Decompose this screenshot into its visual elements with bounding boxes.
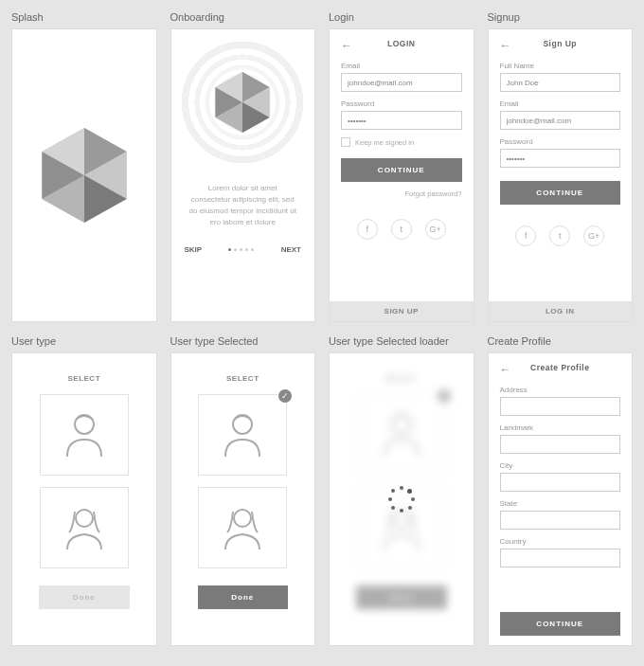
google-icon[interactable]: G+ bbox=[583, 225, 604, 246]
user-type-female[interactable] bbox=[198, 487, 287, 568]
forgot-password-link[interactable]: Forgot password? bbox=[341, 189, 462, 198]
user-type-loader-screen: SELECT ✓ Done bbox=[329, 352, 474, 646]
female-avatar-icon bbox=[62, 502, 107, 553]
city-field[interactable] bbox=[500, 473, 621, 492]
continue-button[interactable]: CONTINUE bbox=[341, 158, 462, 182]
user-type-male[interactable] bbox=[40, 394, 129, 476]
user-type-screen: SELECT Done bbox=[11, 352, 157, 646]
keep-signed-label: Keep me signed in bbox=[355, 138, 414, 147]
country-field[interactable] bbox=[500, 549, 621, 567]
create-profile-cell: Create Profile ← Create Profile Address … bbox=[488, 335, 634, 646]
done-button[interactable]: Done bbox=[198, 585, 289, 609]
continue-button[interactable]: CONTINUE bbox=[500, 612, 621, 636]
signup-header: Sign Up bbox=[543, 39, 577, 48]
login-screen: ← LOGIN Email Password Keep me signed in… bbox=[329, 28, 474, 322]
splash-title: Splash bbox=[11, 11, 157, 23]
address-label: Address bbox=[500, 386, 621, 394]
password-label: Password bbox=[341, 99, 462, 108]
facebook-icon[interactable]: f bbox=[515, 225, 536, 246]
signup-title: Signup bbox=[488, 11, 634, 23]
onboarding-body: Lorem dolor sit amet consectetur adipisc… bbox=[171, 164, 315, 238]
splash-screen bbox=[11, 28, 157, 322]
user-type-selected-cell: User type Selected SELECT ✓ Done bbox=[170, 335, 316, 646]
password-field[interactable] bbox=[341, 111, 462, 130]
onboarding-cell: Onboarding Lorem dolor sit amet consecte… bbox=[170, 11, 316, 322]
landmark-label: Landmark bbox=[500, 423, 621, 432]
twitter-icon[interactable]: t bbox=[549, 225, 570, 246]
fullname-field[interactable] bbox=[500, 73, 621, 92]
app-logo-icon bbox=[37, 128, 132, 223]
signup-cell: Signup ← Sign Up Full Name Email Passwor… bbox=[488, 11, 634, 322]
address-field[interactable] bbox=[500, 397, 621, 416]
state-label: State bbox=[500, 499, 621, 508]
user-type-selected-screen: SELECT ✓ Done bbox=[170, 352, 316, 646]
state-field[interactable] bbox=[500, 511, 621, 530]
login-title: Login bbox=[329, 11, 474, 23]
landmark-field[interactable] bbox=[500, 435, 621, 454]
create-profile-screen: ← Create Profile Address Landmark City S… bbox=[488, 352, 634, 646]
splash-cell: Splash bbox=[11, 11, 157, 322]
logo-rings bbox=[181, 41, 304, 164]
email-label: Email bbox=[341, 62, 462, 70]
onboarding-screen: Lorem dolor sit amet consectetur adipisc… bbox=[170, 28, 316, 322]
next-button[interactable]: NEXT bbox=[281, 245, 301, 254]
user-type-male[interactable]: ✓ bbox=[198, 394, 287, 476]
user-type-selected-title: User type Selected bbox=[170, 335, 316, 347]
country-label: Country bbox=[500, 537, 621, 546]
password-field[interactable] bbox=[500, 149, 621, 168]
back-icon[interactable]: ← bbox=[500, 363, 511, 376]
checkmark-icon: ✓ bbox=[278, 389, 292, 403]
password-label: Password bbox=[500, 137, 621, 146]
user-type-loader-title: User type Selected loader bbox=[329, 335, 474, 347]
login-header: LOGIN bbox=[387, 39, 415, 48]
user-type-cell: User type SELECT Done bbox=[11, 335, 157, 646]
male-avatar-icon bbox=[220, 409, 265, 460]
done-button[interactable]: Done bbox=[39, 585, 130, 609]
skip-button[interactable]: SKIP bbox=[185, 245, 203, 254]
user-type-loader-cell: User type Selected loader SELECT ✓ Done bbox=[329, 335, 474, 646]
app-logo-icon bbox=[212, 72, 273, 133]
male-avatar-icon bbox=[62, 409, 107, 460]
page-dots bbox=[228, 248, 254, 251]
female-avatar-icon bbox=[220, 502, 265, 553]
email-label: Email bbox=[500, 99, 621, 108]
user-type-female[interactable] bbox=[40, 487, 129, 568]
user-type-title: User type bbox=[11, 335, 157, 347]
continue-button[interactable]: CONTINUE bbox=[500, 181, 621, 205]
email-field[interactable] bbox=[500, 111, 621, 130]
facebook-icon[interactable]: f bbox=[357, 219, 378, 240]
google-icon[interactable]: G+ bbox=[425, 219, 446, 240]
fullname-label: Full Name bbox=[500, 62, 621, 70]
back-icon[interactable]: ← bbox=[500, 39, 511, 52]
signup-bar[interactable]: SIGN UP bbox=[330, 301, 474, 321]
email-field[interactable] bbox=[341, 73, 462, 92]
onboarding-title: Onboarding bbox=[170, 11, 316, 23]
create-profile-title: Create Profile bbox=[488, 335, 634, 347]
keep-signed-checkbox[interactable] bbox=[341, 137, 350, 147]
loading-spinner-icon bbox=[388, 486, 415, 513]
login-bar[interactable]: LOG IN bbox=[489, 301, 633, 321]
login-cell: Login ← LOGIN Email Password Keep me sig… bbox=[329, 11, 474, 322]
select-label: SELECT bbox=[12, 374, 156, 383]
select-label: SELECT bbox=[171, 374, 315, 383]
create-profile-header: Create Profile bbox=[530, 363, 589, 372]
back-icon[interactable]: ← bbox=[341, 39, 352, 52]
twitter-icon[interactable]: t bbox=[391, 219, 412, 240]
signup-screen: ← Sign Up Full Name Email Password CONTI… bbox=[488, 28, 634, 322]
city-label: City bbox=[500, 461, 621, 470]
